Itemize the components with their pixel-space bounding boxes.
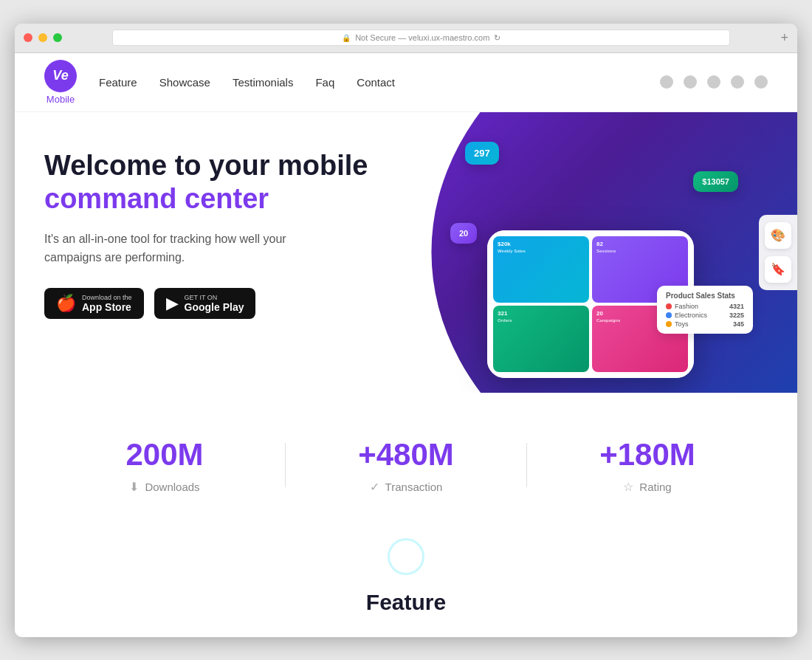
google-play-text: GET IT ON Google Play (185, 294, 244, 313)
phone-card-1: $20k Weekly Sales (493, 236, 589, 303)
phone-card-3: 321 Orders (493, 306, 589, 372)
stat-rating-number: +180M (571, 437, 723, 472)
stats-section: 200M ⬇ Downloads +480M ✓ Transaction +18… (15, 393, 797, 523)
side-toolbar: 🎨 🔖 (759, 215, 797, 290)
nav-feature[interactable]: Feature (99, 76, 137, 89)
google-play-button[interactable]: ▶ GET IT ON Google Play (154, 288, 256, 319)
stat-downloads-label: Downloads (145, 481, 199, 493)
stat-transaction-label: Transaction (385, 481, 443, 493)
hero-title-line1: Welcome to your mobile (44, 150, 368, 181)
website-content: Ve Mobile Feature Showcase Testimonials … (15, 53, 797, 637)
app-store-text: Download on the App Store (82, 294, 132, 313)
nav-links: Feature Showcase Testimonials Faq Contac… (99, 76, 395, 89)
facebook-icon[interactable] (684, 75, 697, 89)
apple-icon: 🍎 (56, 295, 76, 312)
star-icon: ☆ (623, 480, 633, 494)
bookmark-button[interactable]: 🔖 (765, 256, 791, 283)
navbar: Ve Mobile Feature Showcase Testimonials … (15, 53, 797, 112)
google-play-icon: ▶ (166, 295, 179, 312)
stat-transaction-number: +480M (330, 437, 482, 472)
address-bar[interactable]: 🔒 Not Secure — veluxi.ux-maestro.com ↻ (112, 30, 730, 46)
hero-title-line2: command center (44, 183, 269, 214)
nav-social (660, 75, 768, 89)
browser-window: 🔒 Not Secure — veluxi.ux-maestro.com ↻ +… (15, 24, 797, 637)
stat-transaction-label-row: ✓ Transaction (330, 480, 482, 494)
linkedin-icon[interactable] (754, 75, 768, 89)
logo-label: Mobile (47, 94, 75, 105)
logo-icon[interactable]: Ve (44, 60, 77, 92)
hero-content: Welcome to your mobile command center It… (44, 149, 368, 319)
scroll-circle (388, 538, 424, 575)
logo-area: Ve Mobile (44, 60, 77, 105)
hero-description: It's an all-in-one tool for tracking how… (44, 230, 325, 267)
logo-letters: Ve (52, 68, 68, 83)
hero-section: Welcome to your mobile command center It… (15, 112, 797, 393)
app-store-button[interactable]: 🍎 Download on the App Store (44, 288, 144, 319)
phone-mockup: 297 $13057 20 $20k Weekly Sales 82 Sessi… (443, 127, 753, 378)
bookmark-icon: 🔖 (771, 262, 785, 276)
close-button[interactable] (24, 33, 32, 42)
float-card-3: 20 (450, 223, 477, 244)
nav-faq[interactable]: Faq (315, 76, 334, 89)
maximize-button[interactable] (53, 33, 62, 42)
float-card-2: $13057 (693, 171, 738, 192)
nav-contact[interactable]: Contact (357, 76, 395, 89)
palette-button[interactable]: 🎨 (765, 222, 791, 249)
stat-downloads-label-row: ⬇ Downloads (89, 480, 241, 494)
youtube-icon[interactable] (731, 75, 744, 89)
stat-downloads-number: 200M (89, 437, 241, 472)
app-store-small: Download on the (82, 294, 132, 301)
check-icon: ✓ (370, 480, 379, 494)
stat-transaction: +480M ✓ Transaction (286, 437, 526, 494)
twitter-icon[interactable] (660, 75, 673, 89)
google-play-small: GET IT ON (185, 294, 244, 301)
stat-rating-label-row: ☆ Rating (571, 480, 723, 494)
nav-testimonials[interactable]: Testimonials (233, 76, 294, 89)
stat-rating-label: Rating (639, 481, 671, 493)
palette-icon: 🎨 (771, 228, 785, 242)
nav-showcase[interactable]: Showcase (159, 76, 210, 89)
lock-icon: 🔒 (342, 34, 351, 42)
float-card-1: 297 (465, 142, 499, 165)
minimize-button[interactable] (38, 33, 47, 42)
google-play-big: Google Play (185, 301, 244, 313)
url-text: Not Secure — veluxi.ux-maestro.com (355, 33, 489, 42)
refresh-icon: ↻ (494, 33, 500, 43)
sales-stats-card: Product Sales Stats Fashion4321 Electron… (657, 286, 753, 334)
stat-rating: +180M ☆ Rating (527, 437, 768, 494)
feature-heading: Feature (15, 582, 797, 637)
new-tab-button[interactable]: + (780, 31, 788, 44)
download-icon: ⬇ (129, 480, 139, 494)
app-store-big: App Store (82, 301, 132, 313)
stat-downloads: 200M ⬇ Downloads (44, 437, 285, 494)
store-buttons: 🍎 Download on the App Store ▶ GET IT ON … (44, 288, 368, 319)
instagram-icon[interactable] (707, 75, 720, 89)
hero-title: Welcome to your mobile command center (44, 149, 368, 216)
scroll-indicator (15, 523, 797, 582)
browser-titlebar: 🔒 Not Secure — veluxi.ux-maestro.com ↻ + (15, 24, 797, 53)
